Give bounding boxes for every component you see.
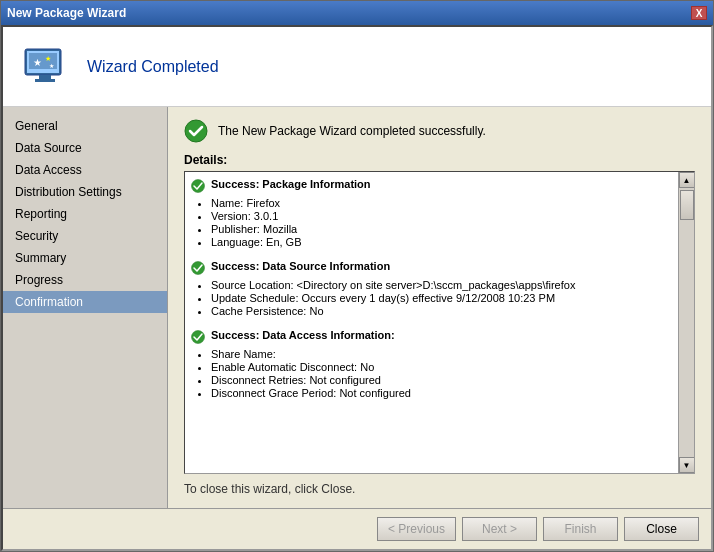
sidebar: General Data Source Data Access Distribu… bbox=[3, 107, 168, 508]
sidebar-item-summary[interactable]: Summary bbox=[3, 247, 167, 269]
svg-point-8 bbox=[185, 120, 207, 142]
svg-text:★: ★ bbox=[33, 57, 42, 68]
list-item: Disconnect Retries: Not configured bbox=[211, 374, 668, 386]
sidebar-item-progress[interactable]: Progress bbox=[3, 269, 167, 291]
list-item: Publisher: Mozilla bbox=[211, 223, 668, 235]
sidebar-item-security[interactable]: Security bbox=[3, 225, 167, 247]
section-row-2: Success: Data Source Information bbox=[191, 260, 668, 275]
details-label: Details: bbox=[184, 153, 695, 167]
title-bar: New Package Wizard X bbox=[1, 1, 713, 25]
success-icon-large bbox=[184, 119, 208, 143]
success-icon-small-3 bbox=[191, 330, 205, 344]
list-item: Source Location: <Directory on site serv… bbox=[211, 279, 668, 291]
dialog: ★ ★ ★ Wizard Completed General Data Sour… bbox=[1, 25, 713, 551]
section-package-info: Success: Package Information Name: Firef… bbox=[191, 178, 668, 248]
svg-rect-4 bbox=[35, 79, 55, 82]
list-item: Disconnect Grace Period: Not configured bbox=[211, 387, 668, 399]
finish-button[interactable]: Finish bbox=[543, 517, 618, 541]
main-content: The New Package Wizard completed success… bbox=[168, 107, 711, 508]
scrollbar[interactable]: ▲ ▼ bbox=[678, 172, 694, 473]
sidebar-item-data-source[interactable]: Data Source bbox=[3, 137, 167, 159]
svg-text:★: ★ bbox=[49, 63, 54, 69]
section-title-3: Success: Data Access Information: bbox=[211, 329, 395, 341]
list-item: Enable Automatic Disconnect: No bbox=[211, 361, 668, 373]
list-item: Share Name: bbox=[211, 348, 668, 360]
sidebar-item-data-access[interactable]: Data Access bbox=[3, 159, 167, 181]
section-1-bullets: Name: Firefox Version: 3.0.1 Publisher: … bbox=[211, 197, 668, 248]
success-icon-small-2 bbox=[191, 261, 205, 275]
success-banner: The New Package Wizard completed success… bbox=[184, 119, 695, 143]
dialog-header: ★ ★ ★ Wizard Completed bbox=[3, 27, 711, 107]
sidebar-item-general[interactable]: General bbox=[3, 115, 167, 137]
next-button[interactable]: Next > bbox=[462, 517, 537, 541]
section-data-source: Success: Data Source Information Source … bbox=[191, 260, 668, 317]
dialog-footer: < Previous Next > Finish Close bbox=[3, 508, 711, 549]
section-row-1: Success: Package Information bbox=[191, 178, 668, 193]
scrollbar-up-button[interactable]: ▲ bbox=[679, 172, 695, 188]
wizard-icon: ★ ★ ★ bbox=[19, 41, 71, 93]
list-item: Language: En, GB bbox=[211, 236, 668, 248]
section-3-bullets: Share Name: Enable Automatic Disconnect:… bbox=[211, 348, 668, 399]
previous-button[interactable]: < Previous bbox=[377, 517, 456, 541]
success-message: The New Package Wizard completed success… bbox=[218, 124, 486, 138]
dialog-body: General Data Source Data Access Distribu… bbox=[3, 107, 711, 508]
section-title-2: Success: Data Source Information bbox=[211, 260, 390, 272]
section-2-bullets: Source Location: <Directory on site serv… bbox=[211, 279, 668, 317]
list-item: Name: Firefox bbox=[211, 197, 668, 209]
close-button[interactable]: Close bbox=[624, 517, 699, 541]
window: New Package Wizard X ★ ★ ★ bbox=[0, 0, 714, 552]
scrollbar-thumb[interactable] bbox=[680, 190, 694, 220]
window-close-button[interactable]: X bbox=[691, 6, 707, 20]
success-icon-small-1 bbox=[191, 179, 205, 193]
section-row-3: Success: Data Access Information: bbox=[191, 329, 668, 344]
header-title: Wizard Completed bbox=[87, 58, 219, 76]
details-box[interactable]: Success: Package Information Name: Firef… bbox=[184, 171, 695, 474]
list-item: Version: 3.0.1 bbox=[211, 210, 668, 222]
sidebar-item-confirmation[interactable]: Confirmation bbox=[3, 291, 167, 313]
window-title: New Package Wizard bbox=[7, 6, 126, 20]
scrollbar-down-button[interactable]: ▼ bbox=[679, 457, 695, 473]
section-title-1: Success: Package Information bbox=[211, 178, 371, 190]
close-hint: To close this wizard, click Close. bbox=[184, 482, 695, 496]
svg-rect-3 bbox=[39, 75, 51, 79]
list-item: Cache Persistence: No bbox=[211, 305, 668, 317]
section-data-access: Success: Data Access Information: Share … bbox=[191, 329, 668, 399]
sidebar-item-distribution-settings[interactable]: Distribution Settings bbox=[3, 181, 167, 203]
list-item: Update Schedule: Occurs every 1 day(s) e… bbox=[211, 292, 668, 304]
sidebar-item-reporting[interactable]: Reporting bbox=[3, 203, 167, 225]
svg-text:★: ★ bbox=[45, 55, 51, 62]
